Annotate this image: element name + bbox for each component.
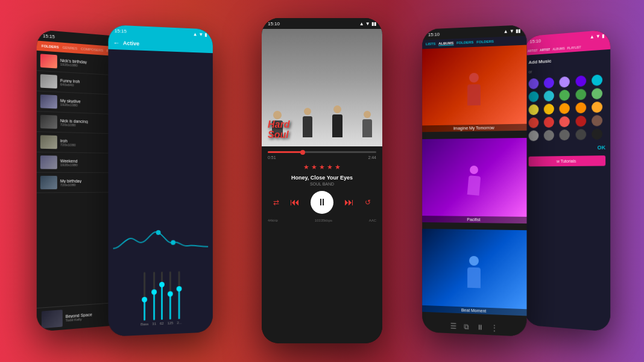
- phone1-tab-composers[interactable]: COMPOSERS: [81, 47, 103, 52]
- phone1-time: 15:15: [43, 33, 55, 39]
- progress-bar[interactable]: [268, 151, 376, 153]
- eq-slider-bass[interactable]: Bass: [140, 272, 148, 326]
- color-dot-teal1[interactable]: [529, 91, 539, 102]
- total-time: 2:44: [368, 155, 376, 160]
- color-dot-black[interactable]: [592, 128, 602, 140]
- color-dot-teal2[interactable]: [544, 90, 554, 102]
- star-3: ★: [319, 163, 325, 171]
- tutorials-button[interactable]: w Tutorials: [529, 155, 606, 166]
- tab-albums-5[interactable]: ALBUMS: [552, 46, 564, 51]
- phone4-time: 15:10: [428, 31, 440, 37]
- band-member-3: [332, 105, 343, 137]
- repeat-button[interactable]: ↺: [365, 198, 371, 207]
- color-dot-brown[interactable]: [592, 115, 602, 126]
- color-palette: [529, 74, 606, 141]
- pause-icon[interactable]: ⏸: [476, 323, 483, 332]
- eq-sliders: Bass 31 62: [113, 270, 208, 327]
- tab-albums[interactable]: ALBUMS: [438, 41, 453, 46]
- phone3-time: 15:10: [268, 21, 280, 27]
- svg-point-1: [171, 240, 175, 245]
- star-1: ★: [303, 163, 309, 171]
- color-dot-green3[interactable]: [592, 88, 602, 99]
- color-dot-purple2[interactable]: [544, 77, 554, 89]
- audio-frequency: 44kHz: [268, 219, 278, 222]
- phone1-tab-folders[interactable]: FOLDERS: [42, 44, 59, 49]
- thumb-my-bday: [40, 176, 57, 189]
- audio-codec: AAC: [369, 219, 376, 222]
- album-label-pacifist: Pacifist: [422, 216, 526, 223]
- phone2-status-icons: ▲ ▼ ▮: [193, 31, 207, 37]
- phone2-title: Active: [123, 40, 139, 46]
- song-artist: SOUL BAND: [268, 182, 376, 186]
- thumb-nick-dancing: [40, 115, 57, 129]
- tab-folders-2[interactable]: FOLDERS: [476, 40, 494, 45]
- eq-slider-62[interactable]: 62: [160, 272, 164, 325]
- album-beat-moment[interactable]: Beat Moment: [422, 229, 526, 316]
- back-arrow-icon[interactable]: ←: [113, 39, 120, 47]
- thumb-skydive: [40, 95, 57, 109]
- thumb-beyond-space: [42, 310, 63, 328]
- pause-button[interactable]: ⏸: [311, 191, 333, 214]
- phone-albums: 15:10 ▲ ▼ ▮▮ LISTS ALBUMS FOLDERS FOLDER…: [422, 25, 526, 337]
- color-dot-orange2[interactable]: [575, 102, 586, 114]
- eq-slider-125[interactable]: 125: [168, 271, 174, 325]
- color-dot-orange1[interactable]: [560, 103, 570, 114]
- color-dot-purple3[interactable]: [560, 76, 570, 88]
- ok-button[interactable]: OK: [598, 145, 606, 151]
- color-dot-orange3[interactable]: [592, 101, 602, 113]
- color-dot-gray2[interactable]: [544, 130, 554, 141]
- shuffle-button[interactable]: ⇄: [273, 198, 279, 207]
- color-dot-gray4[interactable]: [575, 129, 586, 140]
- prev-button[interactable]: ⏮: [290, 197, 300, 208]
- filter-icon[interactable]: ☰: [450, 322, 456, 330]
- phone2-eq-content: Bass 31 62: [109, 49, 213, 337]
- tab-artist-2[interactable]: ARTIST: [540, 48, 550, 52]
- tab-folders-1[interactable]: FOLDERS: [456, 40, 473, 45]
- eq-slider-250[interactable]: 2...: [177, 271, 182, 325]
- tab-artist-1[interactable]: ARTIST: [528, 49, 538, 53]
- more-icon[interactable]: ⋮: [490, 323, 497, 332]
- phone-color-picker: 15:10 ▲ ▼ ▮ ARTIST ARTIST ALBUMS PLAYLIS…: [524, 30, 610, 332]
- phone-music-player: 15:10 ▲ ▼ ▮▮: [262, 18, 382, 343]
- phone5-time: 15:10: [529, 38, 541, 44]
- band-member-2: [303, 108, 312, 137]
- color-dot-green2[interactable]: [575, 89, 586, 100]
- color-section-label: or: [529, 65, 606, 74]
- copy-icon[interactable]: ⧉: [464, 322, 469, 331]
- star-rating[interactable]: ★ ★ ★ ★ ★: [268, 163, 376, 171]
- phone4-status-icons: ▲ ▼ ▮▮: [504, 28, 521, 34]
- color-dot-red1[interactable]: [529, 117, 539, 128]
- ok-row: OK: [529, 145, 606, 152]
- song-title: Honey, Close Your Eyes: [268, 175, 376, 181]
- album-imagine-my-tomorrow[interactable]: Imagine My Tomorrow: [422, 45, 526, 133]
- phones-container: 15:15 ▲ FOLDERS GENRES COMPOSERS P... Ni…: [0, 0, 644, 362]
- album-art: Hard Soul: [262, 29, 382, 146]
- color-dot-red2[interactable]: [544, 117, 554, 128]
- color-dot-amber[interactable]: [544, 104, 554, 115]
- color-dot-purple1[interactable]: [529, 78, 539, 90]
- phone1-tab-genres[interactable]: GENRES: [62, 46, 77, 51]
- color-dot-darkred[interactable]: [575, 116, 586, 127]
- color-dot-gray1[interactable]: [529, 130, 539, 141]
- star-4: ★: [327, 163, 333, 171]
- color-dot-purple4[interactable]: [575, 75, 586, 87]
- band-member-4: [362, 111, 372, 137]
- color-dot-yellow[interactable]: [529, 104, 539, 115]
- color-dot-gray3[interactable]: [560, 130, 570, 140]
- time-display: 0:51 2:44: [268, 155, 376, 160]
- thumb-weekend: [40, 155, 57, 169]
- color-dot-cyan[interactable]: [592, 75, 602, 86]
- album-label-imagine: Imagine My Tomorrow: [422, 124, 526, 133]
- phone2-time: 15:15: [115, 28, 127, 34]
- tab-lists[interactable]: LISTS: [426, 42, 435, 47]
- tab-playlist-5[interactable]: PLAYLIST: [567, 45, 581, 50]
- album-pacifist[interactable]: Pacifist: [422, 138, 526, 223]
- audio-info: 44kHz 10335kbps AAC: [268, 219, 376, 222]
- add-music-label: Add Music: [529, 55, 606, 66]
- album-title: Hard Soul: [268, 119, 289, 140]
- next-button[interactable]: ⏭: [344, 197, 354, 208]
- color-dot-red3[interactable]: [560, 116, 570, 128]
- eq-slider-31[interactable]: 31: [152, 272, 156, 325]
- color-dot-green1[interactable]: [560, 90, 570, 101]
- thumb-iroh: [40, 135, 57, 149]
